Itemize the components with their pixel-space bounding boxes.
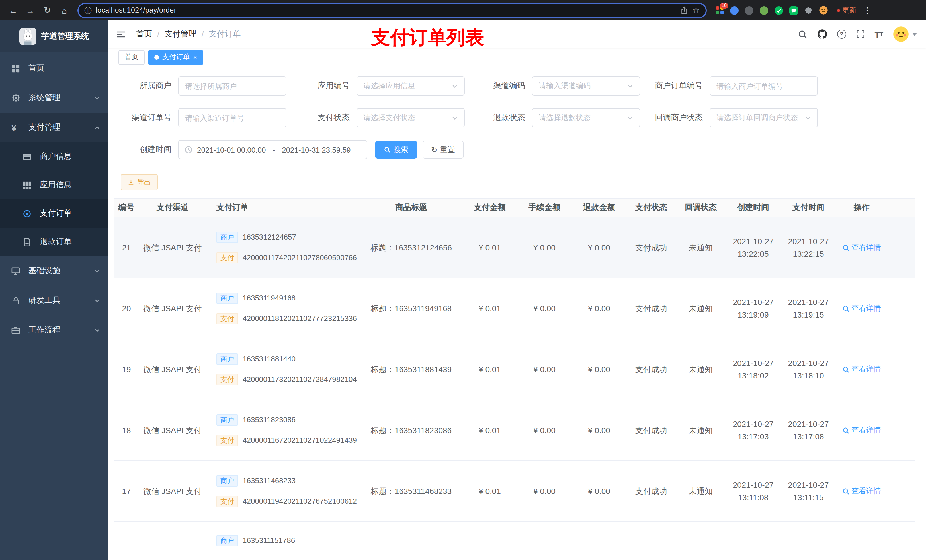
refresh-icon: ↻ (431, 145, 437, 154)
sidebar-item-refund-order[interactable]: 退款订单 (0, 228, 108, 256)
breadcrumb-pay-manage[interactable]: 支付管理 (165, 29, 197, 39)
target-icon (23, 209, 36, 218)
forward-button[interactable]: → (23, 3, 38, 18)
update-button[interactable]: 更新 (837, 5, 856, 15)
view-detail-link[interactable]: 查看详情 (842, 302, 881, 315)
logo[interactable]: 芋道管理系统 (0, 21, 108, 52)
merchant-tag: 商户 (216, 353, 238, 365)
channel-order-no-input[interactable] (178, 108, 286, 127)
extension-grid-icon[interactable]: 10 (715, 5, 725, 15)
date-separator: - (270, 145, 277, 154)
help-icon[interactable]: ? (837, 30, 846, 39)
chevron-down-icon (805, 115, 811, 121)
lock-icon (11, 296, 25, 305)
app-title: 芋道管理系统 (41, 31, 89, 42)
sidebar-item-devtools[interactable]: 研发工具 (0, 286, 108, 315)
bookmark-star-icon[interactable]: ☆ (692, 5, 700, 15)
tab-home[interactable]: 首页 (118, 50, 145, 65)
merchant-tag: 商户 (216, 475, 238, 487)
sidebar-item-home[interactable]: 首页 (0, 53, 108, 83)
site-info-icon[interactable]: ⓘ (84, 6, 92, 14)
user-menu[interactable] (893, 26, 917, 42)
emoji-avatar-icon[interactable] (819, 5, 828, 15)
sidebar: 芋道管理系统 首页 系统管理 ¥ 支付管理 (0, 21, 108, 560)
chevron-up-icon (94, 124, 100, 131)
callback-status-select[interactable]: 请选择订单回调商户状态 (710, 108, 818, 127)
merchant-input[interactable] (178, 76, 286, 96)
pay-order-table: 编号 支付渠道 支付订单 商品标题 支付金额 手续金额 退款金额 支付状态 回调… (114, 198, 915, 560)
wechat-chat-icon[interactable] (789, 5, 799, 15)
pay-status-select[interactable]: 请选择支付状态 (357, 108, 465, 127)
page-content: 所属商户 应用编号 请选择应用信息 渠道编码 请输入渠道编码 商户订单编号 (108, 67, 926, 560)
share-icon[interactable] (680, 6, 688, 15)
chevron-down-icon (94, 327, 100, 333)
search-button[interactable]: 搜索 (375, 140, 417, 159)
font-size-icon[interactable]: TT (875, 29, 883, 39)
sidebar-item-merchant-info[interactable]: 商户信息 (0, 142, 108, 171)
extensions-puzzle-icon[interactable] (803, 5, 813, 15)
extensions-cluster: 10 (715, 5, 828, 15)
channel-code-label: 渠道编码 (465, 81, 532, 91)
avatar (893, 26, 909, 42)
document-icon (23, 238, 36, 246)
search-icon (384, 146, 391, 153)
create-time-range-picker[interactable]: 2021-10-01 00:00:00 - 2021-10-31 23:59:5… (178, 140, 367, 159)
hamburger-icon[interactable] (116, 29, 126, 39)
grid-icon (23, 181, 36, 189)
extension-green-icon[interactable] (759, 5, 769, 15)
payment-submenu: 商户信息 应用信息 支付订单 退款订单 (0, 142, 108, 256)
sidebar-item-pay-order[interactable]: 支付订单 (0, 199, 108, 228)
devtools-check-icon[interactable] (774, 5, 784, 15)
sidebar-item-workflow[interactable]: 工作流程 (0, 315, 108, 345)
search-icon[interactable] (797, 29, 807, 39)
view-detail-link[interactable]: 查看详情 (842, 424, 881, 436)
kebab-menu-icon[interactable]: ⋮ (863, 6, 872, 15)
extension-gray-icon[interactable] (744, 5, 754, 15)
chevron-down-icon (627, 115, 633, 121)
navbar-actions: ? TT (797, 26, 917, 42)
merchant-order-no-label: 商户订单编号 (640, 81, 710, 91)
refund-status-select[interactable]: 请选择退款状态 (532, 108, 640, 127)
extension-blue-icon[interactable] (729, 5, 739, 15)
bankcard-icon (23, 152, 36, 161)
sidebar-item-system[interactable]: 系统管理 (0, 83, 108, 113)
pay-order-cell: 商户1635312124657 支付4200001174202110278060… (206, 217, 360, 278)
refund-status-label: 退款状态 (465, 113, 532, 123)
back-button[interactable]: ← (6, 3, 21, 18)
home-button[interactable]: ⌂ (57, 3, 72, 18)
extension-badge: 10 (720, 3, 728, 8)
red-annotation-title: 支付订单列表 (371, 25, 484, 51)
view-detail-link[interactable]: 查看详情 (842, 241, 881, 254)
chevron-down-icon (627, 83, 633, 89)
reset-button[interactable]: ↻ 重置 (422, 140, 464, 159)
search-icon (842, 366, 850, 373)
callback-status-label: 回调商户状态 (640, 113, 710, 123)
yen-icon: ¥ (11, 123, 25, 132)
channel-code-select[interactable]: 请输入渠道编码 (532, 76, 640, 96)
chevron-down-icon (452, 83, 458, 89)
download-icon (127, 179, 135, 186)
view-detail-link[interactable]: 查看详情 (842, 485, 881, 497)
breadcrumb-home[interactable]: 首页 (136, 29, 152, 39)
reload-button[interactable]: ↻ (40, 3, 54, 18)
briefcase-icon (11, 326, 25, 334)
app-no-select[interactable]: 请选择应用信息 (357, 76, 465, 96)
merchant-order-no-input[interactable] (710, 76, 818, 96)
tab-pay-order[interactable]: 支付订单 × (148, 50, 203, 65)
close-icon[interactable]: × (193, 54, 197, 60)
date-end: 2021-10-31 23:59:59 (282, 145, 351, 154)
export-button[interactable]: 导出 (121, 174, 158, 190)
view-detail-link[interactable]: 查看详情 (842, 363, 881, 376)
url-text: localhost:1024/pay/order (96, 6, 176, 14)
merchant-tag: 商户 (216, 293, 238, 304)
sidebar-item-infra[interactable]: 基础设施 (0, 256, 108, 286)
search-icon (842, 244, 850, 251)
table-row: 商户1635311151786 (114, 522, 915, 560)
fullscreen-icon[interactable] (856, 30, 865, 39)
sidebar-item-payment[interactable]: ¥ 支付管理 (0, 113, 108, 142)
search-icon (842, 488, 850, 495)
merchant-tag: 商户 (216, 414, 238, 426)
sidebar-item-app-info[interactable]: 应用信息 (0, 171, 108, 199)
url-bar[interactable]: ⓘ localhost:1024/pay/order ☆ (77, 3, 707, 18)
github-icon[interactable] (817, 29, 827, 39)
